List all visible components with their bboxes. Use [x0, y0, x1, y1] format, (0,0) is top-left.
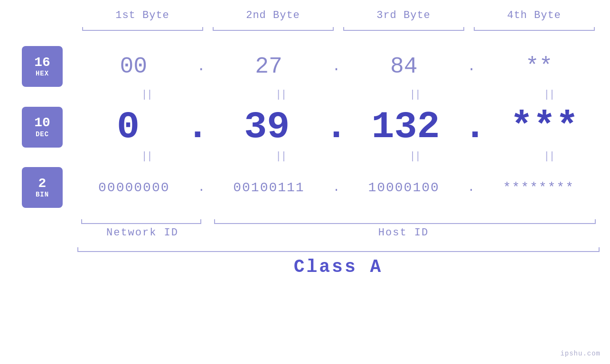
bin-row: 2 BIN 00000000 . 00100111 . 10000100 . *… [0, 167, 610, 208]
dec-dot2: . [323, 105, 349, 149]
bin-b3: 10000100 [342, 180, 466, 195]
eq4: || [489, 89, 609, 101]
main-container: 1st Byte 2nd Byte 3rd Byte 4th Byte 16 H… [0, 0, 610, 364]
dec-b1: 0 [72, 105, 184, 149]
network-id-label: Network ID [77, 227, 208, 239]
host-bracket [210, 215, 600, 224]
bin-badge-label: BIN [36, 191, 49, 198]
bottom-brackets [77, 212, 600, 224]
hex-b3: 84 [343, 54, 466, 79]
equals-dec-bin: || || || || [87, 149, 609, 164]
network-bracket [77, 215, 206, 224]
byte-headers: 1st Byte 2nd Byte 3rd Byte 4th Byte [77, 9, 600, 25]
bin-b4: ******** [477, 180, 601, 195]
hex-row: 16 HEX 00 . 27 . 84 . ** [0, 46, 610, 87]
dec-b2: 39 [211, 105, 323, 149]
hex-b4: ** [478, 54, 601, 79]
eq8: || [489, 150, 609, 162]
watermark: ipshu.com [560, 350, 601, 357]
equals-hex-dec: || || || || [87, 87, 609, 103]
eq6: || [221, 150, 341, 162]
bin-b2: 00100111 [207, 180, 331, 195]
hex-badge-number: 16 [34, 56, 50, 70]
hex-dot2: . [330, 58, 342, 75]
eq3: || [355, 89, 475, 101]
class-label: Class A [77, 257, 600, 277]
hex-b2: 27 [207, 54, 330, 79]
dec-row: 10 DEC 0 . 39 . 132 . *** [0, 105, 610, 149]
dec-badge-label: DEC [36, 131, 49, 138]
eq7: || [355, 150, 475, 162]
eq2: || [221, 89, 341, 101]
dec-badge: 10 DEC [22, 107, 63, 148]
dec-b3: 132 [350, 105, 462, 149]
class-bracket [77, 244, 600, 252]
hex-badge: 16 HEX [22, 46, 63, 87]
bin-values: 00000000 . 00100111 . 10000100 . *******… [63, 180, 610, 195]
bin-dot3: . [466, 180, 477, 195]
bin-dot1: . [196, 180, 207, 195]
byte1-header: 1st Byte [77, 9, 208, 25]
hex-dot3: . [465, 58, 478, 75]
host-id-label: Host ID [208, 227, 600, 239]
bracket-byte4 [469, 25, 600, 35]
dec-badge-number: 10 [34, 116, 50, 131]
bin-b1: 00000000 [72, 180, 196, 195]
bracket-byte3 [338, 25, 469, 35]
dec-b4: *** [488, 105, 601, 149]
byte3-header: 3rd Byte [338, 9, 469, 25]
hex-badge-label: HEX [36, 70, 49, 77]
eq1: || [87, 89, 207, 101]
dec-values: 0 . 39 . 132 . *** [63, 105, 610, 149]
hex-b1: 00 [72, 54, 195, 79]
top-brackets [77, 25, 600, 35]
bin-badge: 2 BIN [22, 167, 63, 208]
hex-dot1: . [195, 58, 207, 75]
bracket-byte1 [77, 25, 208, 35]
dec-dot1: . [184, 105, 211, 149]
id-labels: Network ID Host ID [77, 227, 600, 239]
dec-dot3: . [462, 105, 488, 149]
byte4-header: 4th Byte [469, 9, 600, 25]
bracket-byte2 [208, 25, 338, 35]
hex-values: 00 . 27 . 84 . ** [63, 54, 610, 79]
bin-dot2: . [331, 180, 342, 195]
eq5: || [87, 150, 207, 162]
bin-badge-number: 2 [38, 177, 47, 191]
byte2-header: 2nd Byte [208, 9, 338, 25]
